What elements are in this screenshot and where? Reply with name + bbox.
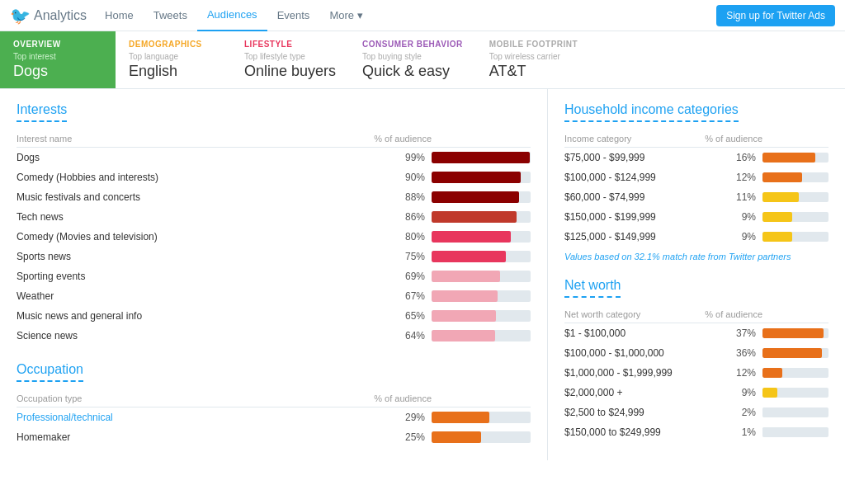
networth-pct: 2% bbox=[694, 403, 762, 422]
interest-name: Music festivals and concerts bbox=[17, 187, 312, 207]
occupation-pct: 25% bbox=[276, 427, 432, 447]
income-name: $125,000 - $149,999 bbox=[564, 227, 686, 247]
demographics-value: English bbox=[129, 63, 218, 80]
nav-events[interactable]: Events bbox=[267, 0, 320, 31]
lifestyle-value: Online buyers bbox=[244, 63, 336, 80]
signup-button[interactable]: Sign up for Twitter Ads bbox=[716, 5, 835, 26]
interest-bar bbox=[432, 306, 531, 326]
networth-name: $1 - $100,000 bbox=[564, 323, 694, 344]
table-row: $100,000 - $1,000,000 36% bbox=[564, 343, 828, 363]
table-row: $1 - $100,000 37% bbox=[564, 323, 828, 344]
interests-col1: Interest name bbox=[17, 130, 312, 148]
income-col2: % of audience bbox=[686, 130, 762, 148]
household-income-title: Household income categories bbox=[564, 102, 739, 122]
interest-bar bbox=[432, 247, 531, 266]
occupation-table: Occupation type % of audience Profession… bbox=[17, 390, 531, 447]
interest-pct: 75% bbox=[312, 247, 432, 266]
income-bar bbox=[762, 187, 828, 207]
networth-pct: 37% bbox=[694, 323, 762, 344]
income-note: Values based on 32.1% match rate from Tw… bbox=[564, 252, 828, 261]
overview-label: OVERVIEW bbox=[13, 40, 102, 49]
occupation-name[interactable]: Professional/technical bbox=[17, 407, 276, 428]
nav-more[interactable]: More ▾ bbox=[319, 0, 372, 31]
networth-bar bbox=[762, 323, 828, 344]
nav-home[interactable]: Home bbox=[95, 0, 144, 31]
twitter-bird-icon: 🐦 bbox=[10, 6, 31, 26]
table-row: $75,000 - $99,999 16% bbox=[564, 148, 828, 168]
income-pct: 12% bbox=[686, 167, 762, 187]
interests-title: Interests bbox=[17, 102, 67, 122]
table-row: Comedy (Hobbies and interests) 90% bbox=[17, 167, 531, 187]
net-worth-title: Net worth bbox=[564, 278, 621, 298]
table-row: Sports news 75% bbox=[17, 247, 531, 266]
nav-tweets[interactable]: Tweets bbox=[144, 0, 197, 31]
net-worth-table: Net worth category % of audience $1 - $1… bbox=[564, 306, 828, 442]
interest-name: Comedy (Hobbies and interests) bbox=[17, 167, 312, 187]
table-row: $60,000 - $74,999 11% bbox=[564, 187, 828, 207]
demographics-sublabel: Top language bbox=[129, 52, 218, 61]
income-name: $150,000 - $199,999 bbox=[564, 207, 686, 227]
table-row: Music festivals and concerts 88% bbox=[17, 187, 531, 207]
overview-section-demographics[interactable]: DEMOGRAPHICS Top language English bbox=[116, 31, 231, 88]
left-column: Interests Interest name % of audience Do… bbox=[0, 89, 548, 460]
consumer-sublabel: Top buying style bbox=[362, 52, 463, 61]
interest-name: Science news bbox=[17, 326, 312, 346]
interest-bar bbox=[432, 286, 531, 306]
table-row: $2,500 to $24,999 2% bbox=[564, 403, 828, 422]
interest-name: Comedy (Movies and television) bbox=[17, 227, 312, 247]
income-pct: 9% bbox=[686, 207, 762, 227]
networth-col2: % of audience bbox=[694, 306, 762, 323]
income-pct: 11% bbox=[686, 187, 762, 207]
overview-section-consumer[interactable]: CONSUMER BEHAVIOR Top buying style Quick… bbox=[349, 31, 476, 88]
interest-pct: 88% bbox=[312, 187, 432, 207]
interest-bar bbox=[432, 167, 531, 187]
table-row: $150,000 to $249,999 1% bbox=[564, 422, 828, 442]
interest-name: Sports news bbox=[17, 247, 312, 266]
table-row: Professional/technical 29% bbox=[17, 407, 531, 428]
nav-audiences[interactable]: Audiences bbox=[197, 0, 267, 31]
interest-pct: 65% bbox=[312, 306, 432, 326]
table-row: Tech news 86% bbox=[17, 207, 531, 227]
table-row: Science news 64% bbox=[17, 326, 531, 346]
networth-bar bbox=[762, 403, 828, 422]
networth-pct: 12% bbox=[694, 363, 762, 383]
overview-section-mobile[interactable]: MOBILE FOOTPRINT Top wireless carrier AT… bbox=[476, 31, 592, 88]
income-bar bbox=[762, 167, 828, 187]
income-bar bbox=[762, 227, 828, 247]
occupation-bar bbox=[432, 407, 531, 428]
interest-bar bbox=[432, 227, 531, 247]
overview-section-lifestyle[interactable]: LIFESTYLE Top lifestyle type Online buye… bbox=[231, 31, 349, 88]
mobile-sublabel: Top wireless carrier bbox=[489, 52, 578, 61]
main-content: Interests Interest name % of audience Do… bbox=[0, 89, 845, 460]
interests-table: Interest name % of audience Dogs 99% Com… bbox=[17, 130, 531, 346]
networth-name: $2,500 to $24,999 bbox=[564, 403, 694, 422]
occupation-col1: Occupation type bbox=[17, 390, 276, 407]
occupation-pct: 29% bbox=[276, 407, 432, 428]
logo: 🐦 Analytics bbox=[10, 6, 87, 26]
lifestyle-sublabel: Top lifestyle type bbox=[244, 52, 336, 61]
household-income-section: Household income categories Income categ… bbox=[564, 102, 828, 261]
networth-name: $2,000,000 + bbox=[564, 383, 694, 403]
table-row: Weather 67% bbox=[17, 286, 531, 306]
table-row: Comedy (Movies and television) 80% bbox=[17, 227, 531, 247]
overview-section-overview[interactable]: OVERVIEW Top interest Dogs bbox=[0, 31, 116, 88]
occupation-bar bbox=[432, 427, 531, 447]
occupation-name: Homemaker bbox=[17, 427, 276, 447]
income-name: $60,000 - $74,999 bbox=[564, 187, 686, 207]
interest-name: Tech news bbox=[17, 207, 312, 227]
networth-pct: 9% bbox=[694, 383, 762, 403]
interest-bar bbox=[432, 207, 531, 227]
networth-col1: Net worth category bbox=[564, 306, 694, 323]
interest-pct: 99% bbox=[312, 148, 432, 168]
income-bar bbox=[762, 207, 828, 227]
networth-pct: 36% bbox=[694, 343, 762, 363]
navbar: 🐦 Analytics Home Tweets Audiences Events… bbox=[0, 0, 845, 31]
table-row: $150,000 - $199,999 9% bbox=[564, 207, 828, 227]
networth-pct: 1% bbox=[694, 422, 762, 442]
overview-sublabel: Top interest bbox=[13, 52, 102, 61]
income-pct: 16% bbox=[686, 148, 762, 168]
occupation-section: Occupation Occupation type % of audience… bbox=[17, 362, 531, 447]
net-worth-section: Net worth Net worth category % of audien… bbox=[564, 278, 828, 442]
interest-bar bbox=[432, 148, 531, 168]
interest-pct: 90% bbox=[312, 167, 432, 187]
